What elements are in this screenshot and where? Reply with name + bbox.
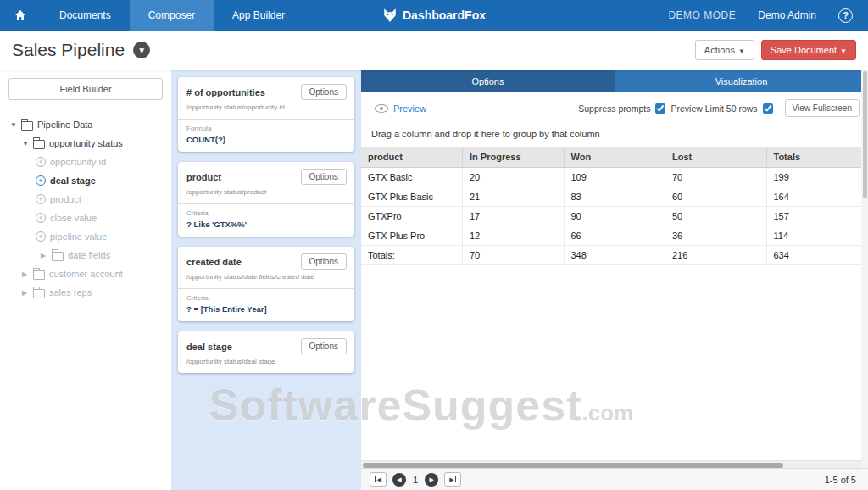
horizontal-scrollbar-thumb[interactable] (363, 463, 783, 468)
chevron-down-icon: ▼ (840, 47, 847, 55)
caret-right-icon[interactable]: ▶ (22, 289, 29, 297)
nav-item-app-builder[interactable]: App Builder (214, 0, 303, 31)
formula-value: COUNT(?) (186, 135, 346, 144)
tree-node-sales-reps[interactable]: ▶ sales reps (8, 283, 163, 302)
add-field-icon[interactable]: + (36, 157, 46, 167)
criteria-value: ? Like 'GTX%%' (186, 220, 346, 229)
field-path: /opportunity status/date fields/created … (178, 271, 354, 288)
add-field-icon[interactable]: + (36, 175, 46, 186)
caret-down-icon[interactable]: ▼ (22, 140, 29, 148)
column-header[interactable]: Lost (665, 147, 767, 168)
table-cell: 348 (564, 246, 665, 265)
nav-item-composer[interactable]: Composer (130, 0, 214, 31)
tree-node-opportunity-status[interactable]: ▼ opportunity status (8, 134, 163, 153)
table-totals-row: Totals: 70 348 216 634 (361, 246, 868, 265)
tree-field-close-value[interactable]: + close value (8, 209, 163, 227)
row-range-label: 1-5 of 5 (825, 475, 860, 485)
help-icon[interactable]: ? (838, 8, 853, 23)
table-cell: 90 (564, 207, 665, 226)
suppress-prompts-checkbox[interactable] (655, 103, 665, 114)
tree-node-pipeline-data[interactable]: ▼ Pipeline Data (8, 115, 163, 134)
chevron-down-icon: ▼ (738, 47, 745, 55)
folder-icon (33, 270, 45, 280)
next-page-button[interactable]: ▶ (425, 473, 438, 487)
criteria-label: Criteria (186, 209, 346, 217)
table-row: GTX Plus Pro 12 66 36 114 (361, 226, 868, 246)
field-card-num-opportunities[interactable]: # of opportunities Options /opportunity … (178, 77, 354, 152)
table-cell: 83 (564, 187, 665, 207)
table-cell: 17 (463, 207, 565, 226)
vertical-scrollbar[interactable] (861, 70, 868, 468)
field-card-created-date[interactable]: created date Options /opportunity status… (178, 247, 354, 321)
caret-right-icon[interactable]: ▶ (41, 252, 47, 259)
table-cell: GTX Plus Pro (361, 226, 463, 246)
previous-page-button[interactable]: ◀ (392, 473, 406, 487)
view-fullscreen-button[interactable]: View Fullscreen (785, 99, 860, 117)
nav-item-documents[interactable]: Documents (41, 0, 130, 31)
criteria-value: ? = [This Entire Year] (186, 304, 346, 314)
field-options-button[interactable]: Options (301, 169, 347, 185)
horizontal-scrollbar[interactable] (361, 460, 861, 468)
field-card-product[interactable]: product Options /opportunity status/prod… (178, 162, 354, 237)
last-page-button[interactable]: ▶ (444, 472, 461, 487)
caret-right-icon[interactable]: ▶ (22, 270, 29, 278)
pagination-bar: ◀ ◀ 1 ▶ ▶ 1-5 of 5 (361, 468, 868, 490)
preview-limit-label: Preview Limit 50 rows (670, 103, 757, 114)
field-options-button[interactable]: Options (301, 253, 347, 270)
field-path: /opportunity status/deal stage (178, 356, 354, 373)
selected-fields-column: # of opportunities Options /opportunity … (171, 70, 361, 490)
table-cell: 66 (564, 226, 665, 246)
field-card-title: deal stage (186, 342, 232, 352)
table-cell: Totals: (361, 246, 463, 265)
page-title: Sales Pipeline (12, 40, 125, 60)
column-header[interactable]: product (361, 147, 463, 168)
preview-button[interactable]: Preview (375, 103, 426, 114)
first-page-button[interactable]: ◀ (370, 472, 387, 487)
table-cell: 36 (665, 226, 767, 246)
table-cell: 109 (564, 168, 665, 187)
preview-limit-checkbox[interactable] (763, 103, 773, 114)
group-by-drop-zone[interactable]: Drag a column and drop it here to group … (361, 122, 868, 147)
add-field-icon[interactable]: + (36, 213, 46, 223)
folder-icon (33, 289, 45, 298)
caret-down-icon[interactable]: ▼ (10, 121, 17, 129)
user-menu[interactable]: Demo Admin (758, 9, 816, 21)
table-row: GTXPro 17 90 50 157 (361, 207, 868, 226)
vertical-scrollbar-thumb[interactable] (863, 71, 867, 198)
tab-options[interactable]: Options (361, 70, 615, 92)
table-cell: GTXPro (361, 207, 463, 226)
tree-node-date-fields[interactable]: ▶ date fields (8, 246, 163, 264)
field-builder-button[interactable]: Field Builder (8, 78, 163, 100)
tree-field-pipeline-value[interactable]: + pipeline value (8, 227, 163, 246)
table-row: GTX Basic 20 109 70 199 (361, 168, 868, 187)
home-icon-glyph (14, 8, 27, 22)
add-field-icon[interactable]: + (36, 194, 46, 204)
table-cell: GTX Basic (361, 168, 463, 187)
tab-visualization[interactable]: Visualization (615, 70, 868, 92)
brand-name: DashboardFox (403, 8, 486, 22)
home-icon[interactable] (0, 0, 41, 31)
table-cell: 20 (463, 168, 565, 187)
field-options-button[interactable]: Options (301, 338, 347, 354)
field-options-button[interactable]: Options (301, 84, 347, 100)
column-header[interactable]: Totals (766, 147, 868, 168)
folder-icon (21, 121, 33, 131)
field-path: /opportunity status/opportunity id (178, 102, 354, 119)
preview-panel: Options Visualization Preview Suppress p… (361, 70, 868, 490)
add-field-icon[interactable]: + (36, 231, 46, 242)
tree-field-product[interactable]: + product (8, 190, 163, 209)
table-cell: 114 (766, 226, 868, 246)
column-header[interactable]: Won (564, 147, 665, 168)
field-card-deal-stage[interactable]: deal stage Options /opportunity status/d… (178, 331, 354, 373)
column-header[interactable]: In Progress (463, 147, 565, 168)
fox-icon (382, 8, 398, 23)
actions-button[interactable]: Actions▼ (695, 40, 754, 60)
table-cell: 70 (665, 168, 767, 187)
save-document-button[interactable]: Save Document▼ (761, 40, 856, 60)
tree-node-customer-account[interactable]: ▶ customer account (8, 264, 163, 283)
tree-field-opportunity-id[interactable]: + opportunity id (8, 153, 163, 171)
document-menu-chevron-icon[interactable]: ▼ (133, 42, 150, 58)
current-page: 1 (412, 475, 419, 485)
top-navbar: Documents Composer App Builder Dashboard… (0, 0, 868, 31)
tree-field-deal-stage[interactable]: + deal stage (8, 171, 163, 190)
